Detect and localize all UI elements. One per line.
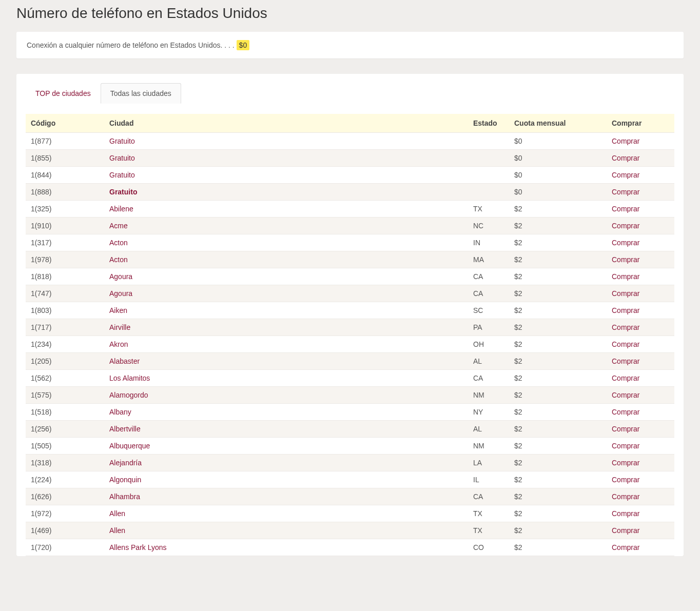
cell-city: Alhambra <box>105 488 469 505</box>
table-row: 1(318)AlejandríaLA$2Comprar <box>26 455 674 471</box>
cell-fee: $0 <box>510 133 608 150</box>
buy-link[interactable]: Comprar <box>612 442 639 450</box>
price-badge: $0 <box>237 40 250 50</box>
city-link[interactable]: Allen <box>109 526 125 535</box>
buy-link[interactable]: Comprar <box>612 255 639 264</box>
cell-state <box>469 184 510 201</box>
buy-link[interactable]: Comprar <box>612 391 639 399</box>
buy-link[interactable]: Comprar <box>612 526 639 535</box>
buy-link[interactable]: Comprar <box>612 425 639 433</box>
cell-state: CA <box>469 268 510 285</box>
table-row: 1(877)Gratuito$0Comprar <box>26 133 674 150</box>
buy-link[interactable]: Comprar <box>612 154 639 162</box>
buy-link[interactable]: Comprar <box>612 509 639 518</box>
buy-link[interactable]: Comprar <box>612 374 639 382</box>
cell-code: 1(518) <box>26 404 105 421</box>
cell-code: 1(317) <box>26 234 105 251</box>
cell-code: 1(803) <box>26 302 105 319</box>
cell-fee: $2 <box>510 539 608 556</box>
cell-state: CO <box>469 539 510 556</box>
city-link[interactable]: Alamogordo <box>109 391 148 399</box>
table-row: 1(972)AllenTX$2Comprar <box>26 505 674 522</box>
buy-link[interactable]: Comprar <box>612 272 639 281</box>
cell-state: AL <box>469 421 510 438</box>
cell-buy: Comprar <box>608 218 674 234</box>
buy-link[interactable]: Comprar <box>612 188 639 196</box>
cell-buy: Comprar <box>608 201 674 218</box>
city-link[interactable]: Alejandría <box>109 459 142 467</box>
buy-link[interactable]: Comprar <box>612 137 639 145</box>
city-link[interactable]: Gratuito <box>109 188 137 196</box>
city-link[interactable]: Albuquerque <box>109 442 150 450</box>
cell-fee: $2 <box>510 251 608 268</box>
th-city: Ciudad <box>105 114 469 133</box>
cell-state: CA <box>469 285 510 302</box>
city-link[interactable]: Allens Park Lyons <box>109 543 167 551</box>
cell-code: 1(910) <box>26 218 105 234</box>
buy-link[interactable]: Comprar <box>612 492 639 501</box>
city-link[interactable]: Gratuito <box>109 137 135 145</box>
city-link[interactable]: Airville <box>109 323 130 331</box>
tab-top-cities[interactable]: TOP de ciudades <box>26 83 101 104</box>
cell-buy: Comprar <box>608 184 674 201</box>
city-link[interactable]: Acton <box>109 239 128 247</box>
page-title: Número de teléfono en Estados Unidos <box>16 5 684 22</box>
cell-state: TX <box>469 201 510 218</box>
buy-link[interactable]: Comprar <box>612 239 639 247</box>
city-link[interactable]: Acton <box>109 255 128 264</box>
buy-link[interactable]: Comprar <box>612 476 639 484</box>
cell-buy: Comprar <box>608 268 674 285</box>
cell-fee: $2 <box>510 455 608 471</box>
cell-state: NM <box>469 387 510 404</box>
cell-city: Aiken <box>105 302 469 319</box>
city-link[interactable]: Akron <box>109 340 128 348</box>
city-link[interactable]: Agoura <box>109 272 132 281</box>
buy-link[interactable]: Comprar <box>612 459 639 467</box>
cell-fee: $2 <box>510 488 608 505</box>
cell-buy: Comprar <box>608 302 674 319</box>
city-link[interactable]: Gratuito <box>109 171 135 179</box>
cell-buy: Comprar <box>608 387 674 404</box>
city-link[interactable]: Allen <box>109 509 125 518</box>
city-link[interactable]: Albany <box>109 408 131 416</box>
cell-fee: $2 <box>510 234 608 251</box>
cell-city: Alamogordo <box>105 387 469 404</box>
city-link[interactable]: Los Alamitos <box>109 374 150 382</box>
cell-state: AL <box>469 353 510 370</box>
cell-city: Allen <box>105 522 469 539</box>
cell-buy: Comprar <box>608 353 674 370</box>
buy-link[interactable]: Comprar <box>612 205 639 213</box>
buy-link[interactable]: Comprar <box>612 171 639 179</box>
cell-code: 1(325) <box>26 201 105 218</box>
city-link[interactable]: Alabaster <box>109 357 140 365</box>
city-link[interactable]: Abilene <box>109 205 133 213</box>
cell-state: TX <box>469 522 510 539</box>
th-fee: Cuota mensual <box>510 114 608 133</box>
buy-link[interactable]: Comprar <box>612 222 639 230</box>
tab-all-cities[interactable]: Todas las ciudades <box>101 83 181 104</box>
cell-state: LA <box>469 455 510 471</box>
cell-fee: $2 <box>510 438 608 455</box>
buy-link[interactable]: Comprar <box>612 289 639 298</box>
cell-code: 1(972) <box>26 505 105 522</box>
city-link[interactable]: Alhambra <box>109 492 140 501</box>
buy-link[interactable]: Comprar <box>612 306 639 314</box>
cell-state <box>469 150 510 167</box>
cell-city: Los Alamitos <box>105 370 469 387</box>
buy-link[interactable]: Comprar <box>612 357 639 365</box>
buy-link[interactable]: Comprar <box>612 408 639 416</box>
buy-link[interactable]: Comprar <box>612 340 639 348</box>
cell-city: Albuquerque <box>105 438 469 455</box>
city-link[interactable]: Gratuito <box>109 154 135 162</box>
cell-buy: Comprar <box>608 539 674 556</box>
cell-code: 1(224) <box>26 471 105 488</box>
city-link[interactable]: Acme <box>109 222 128 230</box>
city-link[interactable]: Agoura <box>109 289 132 298</box>
cell-state: PA <box>469 319 510 336</box>
city-link[interactable]: Albertville <box>109 425 141 433</box>
buy-link[interactable]: Comprar <box>612 323 639 331</box>
buy-link[interactable]: Comprar <box>612 543 639 551</box>
cell-buy: Comprar <box>608 471 674 488</box>
city-link[interactable]: Algonquin <box>109 476 141 484</box>
city-link[interactable]: Aiken <box>109 306 127 314</box>
